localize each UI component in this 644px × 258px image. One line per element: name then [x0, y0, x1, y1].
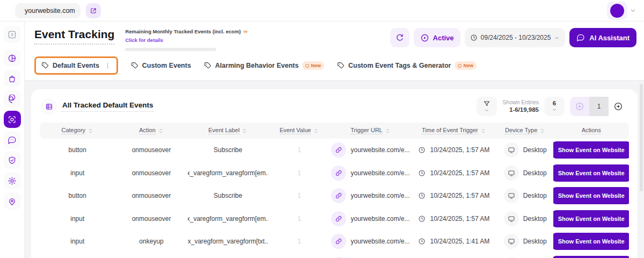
filter-button[interactable]	[477, 97, 497, 116]
column-category[interactable]: Category	[40, 127, 115, 134]
cell-event-label: Subscribe	[188, 146, 268, 154]
account-menu[interactable]	[607, 2, 636, 20]
sidebar-item-ecommerce[interactable]	[4, 70, 21, 87]
sort-icon[interactable]	[539, 128, 545, 134]
new-badge: New	[302, 61, 324, 70]
show-event-button[interactable]: Show Event on Website	[553, 233, 629, 250]
column-trigger-url[interactable]: Trigger URL	[330, 127, 411, 134]
clock-icon	[470, 34, 478, 41]
column-time-of-event[interactable]: Time of Event Trigger	[411, 127, 497, 134]
tab-alarming-behavior-events[interactable]: Alarming Behavior Events New	[204, 61, 324, 70]
sort-icon[interactable]	[87, 128, 93, 134]
trigger-url-text: yourwebsite.com/e...	[350, 192, 409, 199]
ai-assistant-button[interactable]: AI Assistant	[569, 28, 636, 47]
sidebar-item-visitors[interactable]	[4, 192, 21, 210]
external-link-icon	[90, 7, 97, 15]
column-action[interactable]: Action	[115, 127, 188, 134]
cell-time: 10/24/2025, 1:41 AM	[411, 238, 497, 245]
cell-event-label: tx_varegform_varegform[em...	[188, 215, 268, 223]
refresh-icon	[396, 33, 404, 42]
top-bar: yourwebsite.com	[0, 0, 644, 22]
current-page[interactable]: 1	[589, 97, 609, 116]
sidebar-item-analytics[interactable]	[4, 49, 21, 67]
cell-device: Desktop	[497, 142, 553, 157]
show-event-button[interactable]: Show Event on Website	[553, 256, 629, 258]
cell-actions: Show Event on Website	[553, 233, 629, 250]
card-title: All Tracked Default Events	[62, 101, 153, 112]
sort-icon[interactable]	[313, 128, 319, 134]
cell-event-value: 1	[268, 169, 330, 177]
vertical-scrollbar[interactable]	[640, 84, 643, 191]
column-device-type[interactable]: Device Type	[497, 127, 553, 134]
table-row: input onkeyup tx_varegform_varegform[txt…	[40, 230, 629, 253]
cell-trigger-url[interactable]: yourwebsite.com/e...	[330, 188, 411, 203]
click-for-details-link[interactable]: Click for details	[125, 37, 163, 43]
cell-trigger-url[interactable]: yourwebsite.com/e...	[330, 211, 411, 226]
cell-trigger-url[interactable]: yourwebsite.com/e...	[330, 166, 411, 181]
page-title: Event Tracking	[34, 28, 114, 45]
refresh-button[interactable]	[390, 28, 409, 47]
sidebar-item-feedback[interactable]	[4, 131, 21, 148]
workspace: All Tracked Default Events Shown Entries…	[25, 81, 644, 258]
cell-event-value: 1	[268, 238, 330, 245]
clock-icon	[418, 238, 426, 245]
date-range-picker[interactable]: 09/24/2025 - 10/23/2025	[465, 28, 566, 47]
monitor-icon	[504, 166, 519, 181]
sort-icon[interactable]	[385, 128, 391, 134]
cell-action: onkeyup	[115, 238, 188, 245]
remaining-events-widget[interactable]: Remaining Monthly Tracked Events (incl. …	[125, 28, 247, 51]
open-website-button[interactable]	[86, 3, 101, 18]
link-icon	[331, 142, 346, 157]
tab-label: Custom Event Tags & Generator	[348, 62, 451, 69]
chevron-down-icon	[484, 108, 489, 113]
show-event-button[interactable]: Show Event on Website	[553, 210, 629, 227]
tab-default-events[interactable]: Default Events	[34, 56, 118, 75]
cell-device: Desktop	[497, 234, 553, 249]
tab-custom-event-tags-generator[interactable]: Custom Event Tags & Generator New	[337, 61, 477, 70]
cell-actions: Show Event on Website	[553, 141, 629, 159]
cell-event-label: tx_varegform_varegform[em...	[188, 169, 268, 177]
cell-trigger-url[interactable]: yourwebsite.com/e...	[330, 142, 411, 157]
cell-category: button	[40, 146, 115, 154]
show-event-button[interactable]: Show Event on Website	[553, 187, 629, 204]
table-row: button onmouseover Subscribe 1 yourwebsi…	[40, 184, 629, 207]
cell-trigger-url[interactable]: yourwebsite.com/e...	[330, 234, 411, 249]
show-event-button[interactable]: Show Event on Website	[553, 141, 629, 159]
chevron-down-icon	[554, 35, 560, 41]
sidebar-item-event-tracking[interactable]	[4, 111, 21, 128]
cell-event-label: tx_varegform_varegform[txt...	[188, 238, 268, 245]
tracking-status-button[interactable]: Active	[414, 28, 460, 47]
tab-custom-events[interactable]: Custom Events	[131, 62, 191, 69]
cell-action: onmouseover	[115, 169, 188, 177]
link-icon	[331, 211, 346, 226]
sort-icon[interactable]	[158, 128, 164, 134]
gear-icon	[8, 176, 17, 185]
kebab-menu-icon[interactable]	[104, 62, 111, 69]
sidebar-item-recordings[interactable]	[4, 90, 21, 108]
column-event-value[interactable]: Event Value	[268, 127, 330, 134]
sidebar-item-privacy[interactable]	[4, 152, 21, 169]
website-selector[interactable]: yourwebsite.com	[15, 3, 80, 18]
show-event-button[interactable]: Show Event on Website	[553, 164, 629, 182]
sort-icon[interactable]	[480, 128, 486, 134]
badge-dot-icon	[458, 64, 462, 68]
arrow-left-circle-icon	[575, 102, 584, 111]
cell-device: Desktop	[497, 166, 553, 181]
cell-event-value: 1	[268, 215, 330, 223]
sidebar-item-panel-toggle[interactable]	[4, 26, 21, 43]
cell-device: Desktop	[497, 188, 553, 203]
column-event-label[interactable]: Event Label	[188, 127, 268, 134]
table-icon	[45, 103, 53, 111]
sort-icon[interactable]	[241, 128, 247, 134]
arrow-right-circle-icon	[613, 102, 623, 111]
previous-page-button[interactable]	[570, 97, 589, 116]
next-page-button[interactable]	[609, 97, 628, 116]
card-tools: Shown Entries 1-6/19,985 6 1	[477, 97, 628, 116]
table-header-row: Category Action Event Label Event Value …	[40, 123, 629, 139]
events-table-card: All Tracked Default Events Shown Entries…	[31, 89, 638, 258]
cell-category: input	[40, 238, 115, 245]
sidebar-item-settings[interactable]	[4, 172, 21, 189]
trigger-url-text: yourwebsite.com/e...	[350, 238, 409, 245]
table-icon-wrap	[41, 98, 57, 114]
page-size-selector[interactable]: 6	[544, 97, 565, 116]
